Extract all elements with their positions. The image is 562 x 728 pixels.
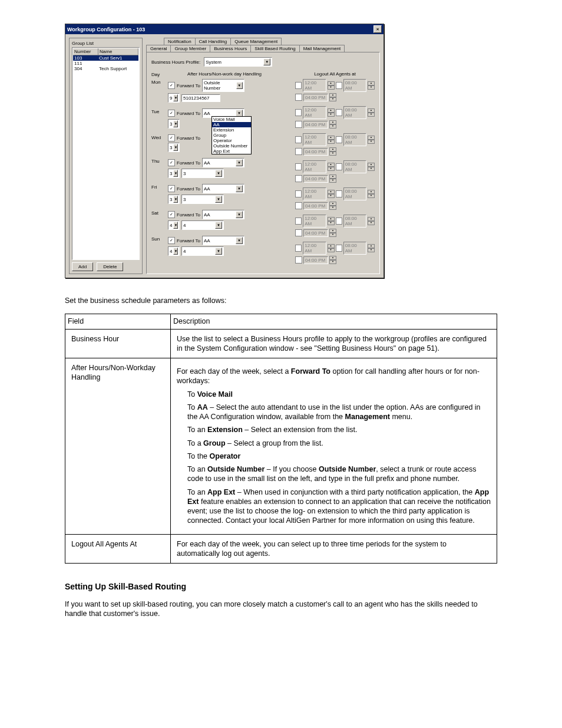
logout-check[interactable] (295, 256, 302, 263)
logout-time3[interactable]: 04:00 PM (303, 121, 328, 129)
logout-time2[interactable]: 08:00 AM (343, 106, 366, 119)
logout-check[interactable] (336, 82, 342, 89)
forward-to-dropdown-menu[interactable]: Voice Mail AA Extension Group Operator O… (211, 116, 252, 154)
time-spinner[interactable]: ▲▼ (368, 190, 375, 198)
time-spinner[interactable]: ▲▼ (368, 136, 375, 144)
tab-mail-management[interactable]: Mail Management (299, 45, 345, 52)
logout-time3[interactable]: 04:00 PM (303, 229, 328, 237)
logout-check[interactable] (295, 175, 302, 182)
logout-check[interactable] (336, 218, 342, 225)
tab-general[interactable]: General (146, 45, 171, 52)
logout-time2[interactable]: 08:00 AM (343, 242, 366, 255)
logout-check[interactable] (336, 136, 342, 143)
time-spinner[interactable]: ▲▼ (328, 217, 335, 225)
time-spinner[interactable]: ▲▼ (329, 174, 336, 183)
chevron-down-icon: ▼ (173, 170, 178, 177)
logout-time3[interactable]: 04:00 PM (303, 94, 328, 101)
thu-target-select[interactable]: AA▼ (202, 158, 244, 167)
logout-time2[interactable]: 08:00 AM (343, 160, 366, 173)
time-spinner[interactable]: ▲▼ (329, 147, 336, 156)
mon-prefix-select[interactable]: 9▼ (168, 93, 180, 103)
time-spinner[interactable]: ▲▼ (329, 202, 336, 210)
logout-check[interactable] (336, 109, 342, 116)
tab-skill-routing[interactable]: Skill Based Routing (250, 45, 299, 52)
time-spinner[interactable]: ▲▼ (328, 81, 335, 90)
time-spinner[interactable]: ▲▼ (329, 93, 336, 101)
logout-time2[interactable]: 08:00 AM (343, 215, 366, 228)
time-spinner[interactable]: ▲▼ (368, 81, 375, 90)
sun-sub-select[interactable]: 4▼ (181, 246, 224, 256)
logout-time3[interactable]: 04:00 PM (303, 202, 328, 210)
logout-time1[interactable]: 12:00 AM (303, 242, 326, 255)
logout-check[interactable] (295, 94, 302, 101)
logout-time3[interactable]: 04:00 PM (303, 175, 328, 183)
logout-check[interactable] (295, 245, 302, 252)
logout-check[interactable] (295, 229, 302, 236)
logout-check[interactable] (295, 163, 302, 170)
table-row[interactable]: 103 Cust Serv1 (73, 55, 138, 61)
close-icon[interactable]: × (373, 25, 382, 33)
table-row[interactable]: 111 (73, 61, 138, 66)
time-spinner[interactable]: ▲▼ (368, 217, 375, 225)
logout-check[interactable] (295, 218, 302, 225)
logout-time2[interactable]: 08:00 AM (343, 187, 366, 200)
time-spinner[interactable]: ▲▼ (328, 163, 335, 171)
fri-target-select[interactable]: AA▼ (202, 184, 244, 193)
add-button[interactable]: Add (72, 262, 93, 271)
time-spinner[interactable]: ▲▼ (328, 108, 335, 117)
logout-check[interactable] (336, 245, 342, 252)
time-spinner[interactable]: ▲▼ (329, 256, 336, 264)
logout-check[interactable] (336, 190, 342, 197)
logout-check[interactable] (295, 148, 302, 155)
fri-sub-select[interactable]: 3▼ (181, 195, 224, 204)
logout-time1[interactable]: 12:00 AM (303, 160, 326, 173)
sat-target-select[interactable]: AA▼ (202, 210, 244, 219)
bhp-select[interactable]: System ▼ (204, 57, 272, 67)
time-spinner[interactable]: ▲▼ (368, 244, 375, 252)
time-spinner[interactable]: ▲▼ (368, 108, 375, 117)
tab-group-member[interactable]: Group Member (170, 45, 210, 52)
logout-time1[interactable]: 12:00 AM (303, 215, 326, 228)
logout-time1[interactable]: 12:00 AM (303, 79, 326, 92)
logout-time1[interactable]: 12:00 AM (303, 106, 326, 119)
sat-forward-check[interactable]: ✓ (168, 211, 175, 218)
row1-desc: Use the list to select a Business Hours … (171, 329, 497, 358)
logout-check[interactable] (295, 121, 302, 128)
sun-forward-check[interactable]: ✓ (168, 237, 175, 244)
mon-forward-check[interactable]: ✓ (168, 82, 175, 89)
time-spinner[interactable]: ▲▼ (329, 229, 336, 237)
tab-business-hours[interactable]: Business Hours (210, 45, 251, 52)
mon-target-select[interactable]: Outside Number▼ (202, 79, 244, 92)
tab-call-handling[interactable]: Call Handling (195, 38, 232, 45)
tab-notification[interactable]: Notification (164, 38, 196, 45)
time-spinner[interactable]: ▲▼ (329, 120, 336, 129)
time-spinner[interactable]: ▲▼ (368, 163, 375, 171)
time-spinner[interactable]: ▲▼ (328, 244, 335, 252)
tue-forward-check[interactable]: ✓ (168, 110, 175, 117)
thu-forward-check[interactable]: ✓ (168, 159, 175, 166)
logout-check[interactable] (295, 190, 302, 197)
logout-time2[interactable]: 08:00 AM (343, 133, 366, 146)
time-spinner[interactable]: ▲▼ (328, 136, 335, 144)
table-row[interactable]: 304 Tech Support (73, 66, 138, 71)
logout-time1[interactable]: 12:00 AM (303, 187, 326, 200)
mon-number-input[interactable]: 5101234567 (181, 94, 220, 102)
logout-time3[interactable]: 04:00 PM (303, 148, 328, 156)
logout-check[interactable] (295, 136, 302, 143)
sun-target-select[interactable]: AA▼ (202, 236, 244, 245)
logout-check[interactable] (295, 109, 302, 116)
logout-check[interactable] (295, 202, 302, 209)
sat-sub-select[interactable]: 4▼ (181, 220, 224, 230)
fri-forward-check[interactable]: ✓ (168, 185, 175, 192)
delete-button[interactable]: Delete (97, 262, 123, 271)
group-list-table[interactable]: Number Name 103 Cust Serv1 111 304 Tech … (72, 47, 140, 260)
time-spinner[interactable]: ▲▼ (328, 190, 335, 198)
logout-time3[interactable]: 04:00 PM (303, 256, 328, 264)
wed-forward-check[interactable]: ✓ (168, 134, 175, 141)
logout-check[interactable] (295, 82, 302, 89)
tab-queue-management[interactable]: Queue Management (230, 38, 282, 45)
logout-check[interactable] (336, 163, 342, 170)
logout-time1[interactable]: 12:00 AM (303, 133, 326, 146)
logout-time2[interactable]: 08:00 AM (343, 79, 366, 92)
thu-sub-select[interactable]: 3▼ (181, 169, 224, 178)
